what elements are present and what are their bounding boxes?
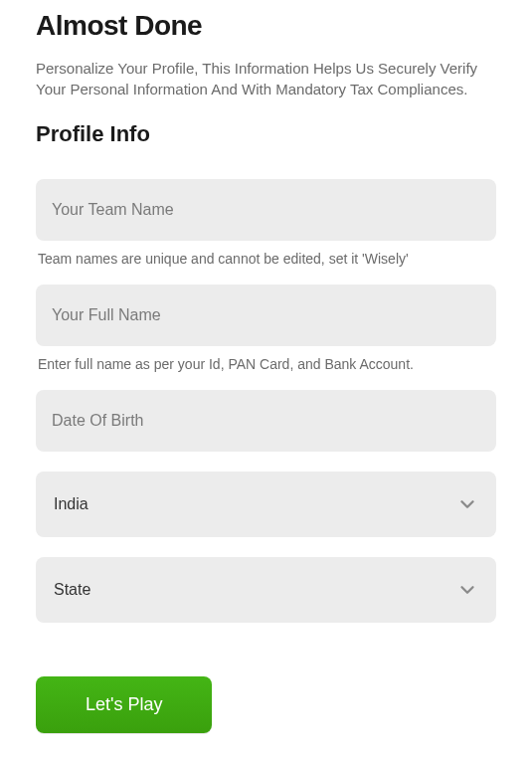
- state-select[interactable]: State: [36, 557, 496, 623]
- full-name-helper: Enter full name as per your Id, PAN Card…: [36, 356, 496, 372]
- chevron-down-icon: [456, 493, 478, 515]
- full-name-input[interactable]: [36, 285, 496, 346]
- team-name-group: Team names are unique and cannot be edit…: [36, 179, 496, 267]
- full-name-group: Enter full name as per your Id, PAN Card…: [36, 285, 496, 372]
- lets-play-button[interactable]: Let's Play: [36, 676, 212, 733]
- dob-group: [36, 390, 496, 452]
- state-select-value: State: [54, 581, 90, 599]
- country-select[interactable]: India: [36, 472, 496, 537]
- page-title: Almost Done: [36, 10, 496, 42]
- country-group: India: [36, 472, 496, 537]
- team-name-helper: Team names are unique and cannot be edit…: [36, 251, 496, 267]
- state-group: State: [36, 557, 496, 623]
- dob-input[interactable]: [36, 390, 496, 452]
- team-name-input[interactable]: [36, 179, 496, 241]
- section-title-profile: Profile Info: [36, 121, 496, 147]
- chevron-down-icon: [456, 579, 478, 601]
- page-subtitle: Personalize Your Profile, This Informati…: [36, 58, 496, 99]
- country-select-value: India: [54, 495, 89, 513]
